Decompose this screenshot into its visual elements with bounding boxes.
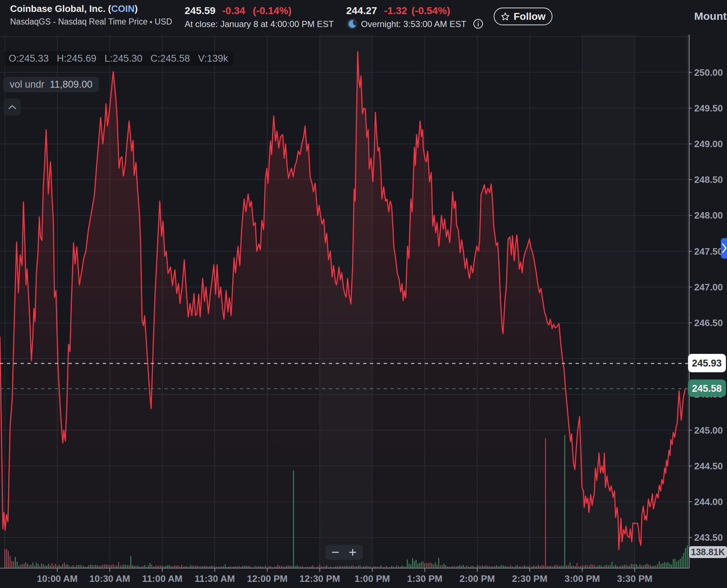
svg-text:245.93: 245.93 — [692, 358, 722, 369]
svg-text:10:30 AM: 10:30 AM — [89, 573, 130, 584]
svg-text:245.58: 245.58 — [692, 383, 722, 394]
svg-text:249.50: 249.50 — [694, 103, 723, 114]
svg-text:2:00 PM: 2:00 PM — [459, 573, 495, 584]
svg-text:11:00 AM: 11:00 AM — [142, 573, 182, 584]
svg-text:1:30 PM: 1:30 PM — [407, 573, 442, 584]
svg-text:250.00: 250.00 — [694, 67, 723, 78]
svg-text:249.00: 249.00 — [694, 139, 723, 149]
svg-text:243.50: 243.50 — [694, 532, 723, 543]
svg-text:12:30 PM: 12:30 PM — [299, 573, 340, 584]
svg-text:247.00: 247.00 — [694, 282, 723, 293]
svg-text:247.50: 247.50 — [694, 246, 723, 257]
svg-text:2:30 PM: 2:30 PM — [512, 573, 547, 584]
svg-text:138.81K: 138.81K — [691, 547, 725, 557]
svg-text:245.00: 245.00 — [694, 425, 723, 436]
svg-text:248.50: 248.50 — [694, 174, 723, 185]
svg-text:248.00: 248.00 — [694, 210, 723, 221]
svg-text:244.00: 244.00 — [694, 496, 723, 507]
svg-text:3:30 PM: 3:30 PM — [617, 573, 652, 584]
svg-text:12:00 PM: 12:00 PM — [247, 573, 288, 584]
svg-text:3:00 PM: 3:00 PM — [564, 573, 600, 584]
svg-text:246.50: 246.50 — [694, 317, 723, 328]
svg-text:244.50: 244.50 — [694, 461, 723, 471]
svg-text:10:00 AM: 10:00 AM — [37, 573, 78, 584]
svg-text:1:00 PM: 1:00 PM — [354, 573, 390, 584]
svg-text:11:30 AM: 11:30 AM — [195, 573, 235, 584]
